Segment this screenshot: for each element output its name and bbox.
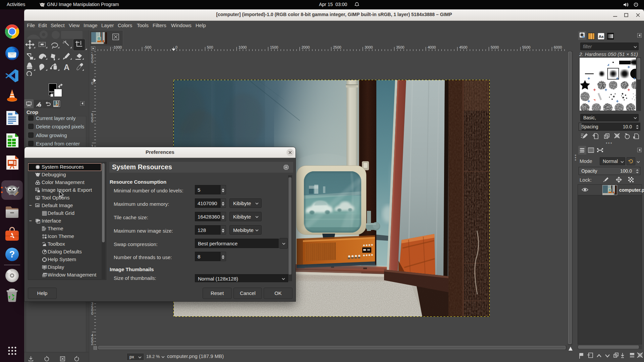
- svg-text:A: A: [64, 63, 69, 72]
- svg-text:Aa: Aa: [599, 35, 604, 39]
- svg-text:?: ?: [9, 249, 15, 259]
